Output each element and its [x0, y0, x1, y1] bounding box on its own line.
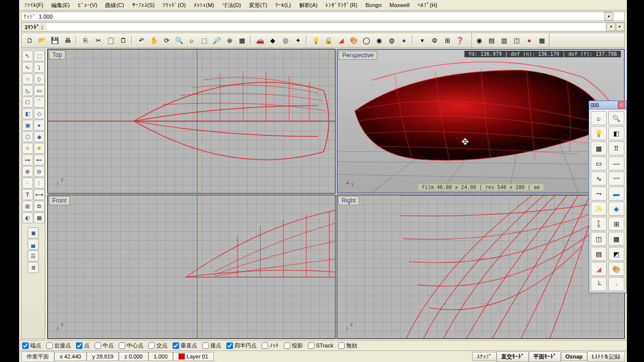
osnap-mid[interactable]: 中点: [95, 342, 114, 349]
osnap-project[interactable]: 投影: [284, 342, 303, 349]
osnap-quad[interactable]: 四半円点: [226, 342, 257, 349]
cube-icon[interactable]: ◼: [28, 227, 39, 238]
menu-analyze[interactable]: 解析(A): [296, 1, 321, 10]
pal-loft-icon[interactable]: ⤳: [591, 187, 607, 201]
osnap-disable[interactable]: 無効: [338, 342, 357, 349]
pal-cplane-icon[interactable]: └: [591, 277, 607, 291]
mx-fire-icon[interactable]: ●: [523, 34, 535, 46]
viewport-front-label[interactable]: Front: [49, 196, 70, 205]
note-icon[interactable]: 🗒: [117, 34, 129, 46]
save-icon[interactable]: 💾: [49, 34, 61, 46]
pal-grid-icon[interactable]: ▦: [591, 141, 607, 155]
viewport-front[interactable]: Front: [47, 195, 336, 339]
osnap-tan[interactable]: 接点: [202, 342, 221, 349]
render-shade-icon[interactable]: ◉: [373, 34, 385, 46]
print-icon[interactable]: 🖶: [61, 34, 73, 46]
pal-ghosted-icon[interactable]: ◫: [591, 232, 607, 246]
polysrf-icon[interactable]: ◆: [34, 131, 45, 142]
curve-icon[interactable]: ∿: [22, 62, 33, 73]
menu-surface[interactable]: ｻｰﾌｪｽ(S): [129, 1, 158, 9]
pal-color-icon[interactable]: 🎨: [608, 262, 624, 276]
pal-mirror-icon[interactable]: ◧: [608, 126, 624, 140]
status-plane[interactable]: 作業平面: [21, 351, 54, 362]
render-full-icon[interactable]: ●: [398, 34, 410, 46]
pal-material-icon[interactable]: ◢: [591, 262, 607, 276]
floating-palette[interactable]: 000 × ⌕ 🔍 💡 ◧ ▦ ⠿ ▭ — ∿ 〰 ⤳ ▬ ✨ ◆ 🚶 ⊞ ◫ …: [589, 101, 627, 293]
close-icon[interactable]: ×: [618, 102, 625, 109]
cmd-prev-button[interactable]: ◂: [606, 23, 615, 31]
pal-zoom-icon[interactable]: ⌕: [591, 111, 607, 125]
viewport-top-label[interactable]: Top: [49, 50, 65, 59]
menu-edit[interactable]: 編集(E): [48, 1, 73, 10]
cplane-icon[interactable]: ◆: [267, 34, 279, 46]
ellipse-icon[interactable]: ⬯: [34, 73, 45, 84]
menu-tools[interactable]: ﾂｰﾙ(L): [272, 1, 294, 9]
box-icon[interactable]: ▣: [22, 120, 33, 131]
pal-shade2-icon[interactable]: ▩: [608, 232, 624, 246]
pal-curve-icon[interactable]: ∿: [591, 171, 607, 186]
paste-icon[interactable]: 📋: [105, 34, 117, 46]
trim-icon[interactable]: ⊷: [34, 154, 45, 165]
viewport-right[interactable]: Right: [337, 195, 625, 339]
four-views-icon[interactable]: ▦: [236, 34, 248, 46]
rect-icon[interactable]: ▭: [34, 85, 45, 96]
zoom-extents-icon[interactable]: 🔎: [211, 34, 223, 46]
stack-icon[interactable]: ☰: [28, 250, 39, 261]
mx-env-icon[interactable]: ▥: [498, 34, 510, 46]
help-icon[interactable]: ❓: [454, 34, 466, 46]
history-up-button[interactable]: ▴: [604, 12, 613, 21]
menu-maxwell[interactable]: Maxwell: [386, 1, 413, 9]
pan-icon[interactable]: ✋: [148, 34, 160, 46]
osnap-point[interactable]: 点: [76, 342, 90, 349]
layer-red-icon[interactable]: ◢: [335, 34, 347, 46]
ungroup-icon[interactable]: ⊖: [34, 166, 45, 177]
pal-grid2-icon[interactable]: ⊞: [608, 217, 624, 231]
menu-curve[interactable]: 曲線(C): [102, 1, 127, 10]
array-icon[interactable]: ⊞: [22, 201, 33, 212]
menu-bongo[interactable]: Bongo: [362, 1, 384, 9]
lock-icon[interactable]: 🔒: [323, 34, 335, 46]
menu-view[interactable]: ﾋﾞｭｰ(V): [75, 1, 101, 9]
viewport-persp-label[interactable]: Perspective: [339, 51, 377, 60]
named-cplane-icon[interactable]: ◎: [279, 34, 291, 46]
pal-rect-icon[interactable]: ▭: [591, 156, 607, 170]
zoom-target-icon[interactable]: ⊕: [223, 34, 235, 46]
gear-icon[interactable]: ✳: [22, 143, 33, 154]
layers-icon[interactable]: ▄: [28, 239, 39, 250]
osnap-strack[interactable]: STrack: [308, 342, 333, 349]
points-icon[interactable]: ⋮: [34, 177, 45, 189]
car-icon[interactable]: 🚗: [254, 34, 266, 46]
status-planar-button[interactable]: 平面ﾓｰﾄﾞ: [529, 351, 561, 362]
cmd-next-button[interactable]: ▸: [616, 23, 625, 31]
mx-render-icon[interactable]: ◉: [473, 34, 485, 46]
polygon-icon[interactable]: ⬠: [22, 97, 33, 108]
pointer-icon[interactable]: ↖: [22, 50, 33, 61]
zoom-select-icon[interactable]: ⬚: [198, 34, 210, 46]
mirror-icon[interactable]: ⧉: [34, 201, 45, 212]
shade-icon[interactable]: ▦: [34, 212, 45, 223]
osnap-knot[interactable]: ﾉｯﾄ: [262, 342, 279, 349]
pal-srf-icon[interactable]: ◆: [608, 202, 624, 216]
osnap-near[interactable]: 近接点: [46, 342, 71, 349]
rotate-view-icon[interactable]: ⟳: [160, 34, 173, 46]
pal-dots-icon[interactable]: ⠿: [608, 141, 624, 155]
surface-icon[interactable]: ◧: [22, 108, 33, 119]
pal-line-icon[interactable]: —: [608, 156, 624, 170]
viewport-perspective[interactable]: Perspective fd: 136.979 | dof (n): 136.1…: [337, 49, 625, 194]
status-history-button[interactable]: ﾋｽﾄﾘを記録: [587, 351, 625, 362]
dim-icon[interactable]: ⟷: [34, 189, 45, 200]
osnap-perp[interactable]: 垂直点: [173, 342, 197, 349]
properties-icon[interactable]: ⊞: [441, 34, 453, 46]
cplane-options-icon[interactable]: ✦: [292, 34, 304, 46]
point-icon[interactable]: ·: [22, 177, 33, 189]
pal-wire2-icon[interactable]: ◩: [608, 247, 624, 261]
menu-dim[interactable]: 寸法(D): [219, 1, 244, 10]
render-wire-icon[interactable]: ◯: [360, 34, 372, 46]
status-layer[interactable]: Layer 01: [173, 352, 214, 361]
editsrf-icon[interactable]: ◇: [34, 108, 45, 119]
options-icon[interactable]: ⚙: [429, 34, 441, 46]
lasso-icon[interactable]: ⬚: [34, 50, 45, 61]
zoom-in-icon[interactable]: 🔍: [173, 34, 185, 46]
render-icon[interactable]: ◐: [22, 212, 33, 223]
status-osnap-button[interactable]: Osnap: [561, 352, 587, 361]
